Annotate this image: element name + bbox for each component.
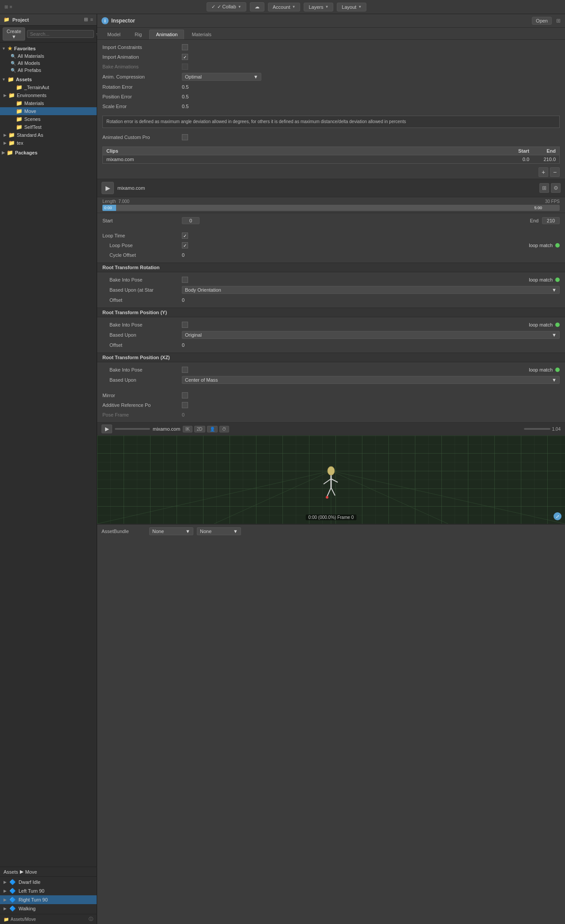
- layout-label: Layout: [342, 4, 356, 10]
- assets-folder-icon: 📁: [8, 76, 14, 83]
- search-icon-models: 🔍: [11, 61, 16, 66]
- additive-ref-checkbox[interactable]: [182, 402, 188, 408]
- breadcrumb-parent[interactable]: Assets: [4, 869, 18, 875]
- timeline-button[interactable]: ⏱: [219, 426, 229, 432]
- all-prefabs-label: All Prefabs: [18, 68, 41, 73]
- sidebar-item-tex[interactable]: ▶ 📁 tex: [0, 139, 97, 147]
- sidebar-item-all-prefabs[interactable]: 🔍 All Prefabs: [0, 67, 97, 74]
- file-item-left-turn[interactable]: ▶ 🔷 Left Turn 90: [0, 886, 97, 895]
- 2d-button[interactable]: 2D: [194, 426, 205, 432]
- import-constraints-checkbox[interactable]: [182, 44, 188, 50]
- file-item-dwarf-idle[interactable]: ▶ 🔷 Dwarf Idle: [0, 878, 97, 886]
- playback-play-button[interactable]: ▶: [102, 424, 112, 433]
- playback-progress[interactable]: [115, 428, 150, 430]
- playback-clip-name: mixamo.com: [153, 426, 180, 432]
- cycle-offset-value: 0: [182, 252, 560, 258]
- sidebar-item-all-models[interactable]: 🔍 All Models: [0, 60, 97, 67]
- tab-animation[interactable]: Animation: [149, 30, 184, 39]
- root-rotation-based-arrow: ▼: [552, 287, 557, 293]
- sidebar-item-all-materials[interactable]: 🔍 All Materials: [0, 53, 97, 60]
- bake-animations-checkbox[interactable]: [182, 64, 188, 70]
- root-pos-xz-bake-label: Bake Into Pose: [102, 367, 182, 372]
- tab-materials[interactable]: Materials: [185, 30, 218, 39]
- ik-button[interactable]: IK: [183, 426, 192, 432]
- folder-footer-icon: 📁: [4, 917, 9, 922]
- scenes-folder: 📁: [16, 116, 23, 122]
- inspector-panel: i Inspector Open ⊞ Model Rig Animation M…: [97, 14, 565, 924]
- timeline-track[interactable]: 0:00 5:00: [102, 205, 560, 211]
- avatar-button[interactable]: 👤: [207, 426, 218, 432]
- animated-custom-checkbox[interactable]: [182, 134, 188, 140]
- root-pos-y-section: Bake Into Pose loop match Based Upon Ori…: [97, 317, 565, 353]
- root-rotation-based-dropdown[interactable]: Body Orientation ▼: [182, 286, 560, 294]
- compression-arrow: ▼: [253, 74, 258, 79]
- mirror-checkbox[interactable]: [182, 392, 188, 398]
- search-input[interactable]: [27, 30, 94, 38]
- scale-error-row: Scale Error 0.5: [102, 101, 560, 111]
- loop-match-dot-pose: [555, 243, 560, 248]
- open-button[interactable]: Open: [532, 17, 552, 25]
- root-pos-xz-bake-checkbox[interactable]: [182, 367, 188, 373]
- sidebar-item-materials[interactable]: 📁 Materials: [0, 99, 97, 107]
- sidebar-item-standard[interactable]: ▶ 📁 Standard As: [0, 131, 97, 139]
- tab-model[interactable]: Model: [101, 30, 127, 39]
- preview-settings-button[interactable]: ⚙: [551, 183, 561, 193]
- root-rotation-bake-checkbox[interactable]: [182, 277, 188, 283]
- tab-rig[interactable]: Rig: [128, 30, 149, 39]
- root-pos-y-bake-row: Bake Into Pose loop match: [102, 320, 560, 330]
- anim-compression-dropdown[interactable]: Optimal ▼: [182, 73, 261, 81]
- file-item-walking[interactable]: ▶ 🔷 Walking: [0, 904, 97, 913]
- asset-bundle-dropdown-2[interactable]: None ▼: [197, 527, 241, 535]
- footer-breadcrumb-text: Assets/Move: [11, 917, 36, 922]
- root-pos-y-bake-checkbox[interactable]: [182, 322, 188, 328]
- remove-clip-button[interactable]: −: [550, 167, 560, 177]
- preview-play-button[interactable]: ▶: [102, 182, 114, 194]
- collab-check: ✓: [211, 4, 215, 10]
- environments-arrow: ▶: [4, 93, 7, 98]
- favorites-header[interactable]: ▼ ★ Favorites: [0, 45, 97, 53]
- clips-header: Clips Start End: [103, 147, 559, 155]
- root-rotation-based-row: Based Upon (at Star Body Orientation ▼: [102, 285, 560, 295]
- root-rotation-section: Bake Into Pose loop match Based Upon (at…: [97, 272, 565, 308]
- create-button[interactable]: Create ▼: [3, 27, 25, 41]
- top-bar-center: ✓ ✓ Collab ▼ ☁ Account ▼ Layers ▼ Layout…: [207, 2, 367, 11]
- speed-slider[interactable]: [524, 428, 550, 430]
- loop-pose-checkbox[interactable]: [182, 242, 188, 248]
- sidebar-item-environments[interactable]: ▶ 📁 Environments: [0, 91, 97, 99]
- add-clip-button[interactable]: +: [539, 167, 548, 177]
- end-input[interactable]: [542, 217, 560, 224]
- root-pos-xz-based-label: Based Upon: [102, 377, 182, 383]
- pose-frame-value: 0: [182, 412, 560, 417]
- root-pos-y-based-dropdown[interactable]: Original ▼: [182, 331, 560, 339]
- loop-time-label: Loop Time: [102, 233, 182, 238]
- pose-frame-label: Pose Frame: [102, 412, 182, 417]
- sidebar-item-move[interactable]: 📁 Move: [0, 107, 97, 115]
- root-pos-y-bake-label: Bake Into Pose: [102, 322, 182, 327]
- loop-time-checkbox[interactable]: [182, 233, 188, 239]
- clips-col-name: Clips: [106, 148, 503, 154]
- sidebar-item-selftest[interactable]: 📁 SelfTest: [0, 123, 97, 131]
- clip-name: mixamo.com: [106, 157, 503, 162]
- menu-icon: ≡: [10, 4, 12, 9]
- layers-button[interactable]: Layers ▼: [304, 3, 333, 11]
- root-pos-y-based-row: Based Upon Original ▼: [102, 330, 560, 340]
- file-item-right-turn[interactable]: ▶ 🔷 Right Turn 90: [0, 895, 97, 904]
- assets-header[interactable]: ▼ 📁 Assets: [0, 75, 97, 83]
- left-panel: 📁 Project ⊞ ≡ Create ▼ ★ 🏷 ▼ ★ Favorites: [0, 14, 97, 924]
- root-pos-xz-based-dropdown[interactable]: Center of Mass ▼: [182, 376, 560, 384]
- sidebar-item-terrainaut[interactable]: 📁 _TerrainAut: [0, 83, 97, 91]
- packages-header[interactable]: ▶ 📁 Packages: [0, 149, 97, 157]
- preview-copy-button[interactable]: ⊞: [539, 183, 549, 193]
- import-animation-checkbox[interactable]: [182, 54, 188, 60]
- anim-compression-row: Anim. Compression Optimal ▼: [102, 71, 560, 82]
- asset-bundle-dropdown-1[interactable]: None ▼: [149, 527, 193, 535]
- clip-row-mixamo[interactable]: mixamo.com 0.0 210.0: [103, 155, 559, 163]
- account-button[interactable]: Account ▼: [268, 3, 301, 11]
- cloud-button[interactable]: ☁: [250, 2, 264, 11]
- layout-button[interactable]: Layout ▼: [337, 3, 366, 11]
- anim-expand-button[interactable]: ⤢: [554, 512, 561, 520]
- collab-button[interactable]: ✓ ✓ Collab ▼: [207, 2, 246, 11]
- start-input[interactable]: [182, 217, 200, 224]
- sidebar-item-scenes[interactable]: 📁 Scenes: [0, 115, 97, 123]
- inspector-title: Inspector: [111, 18, 135, 24]
